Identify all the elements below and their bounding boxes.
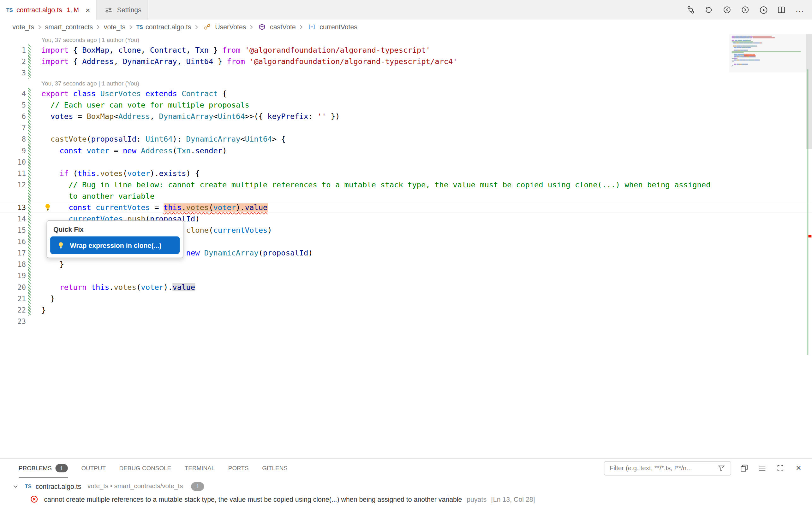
line-number[interactable]: 1 [0, 44, 26, 56]
editor-tab-bar: TS contract.algo.ts 1, M × Settings [0, 0, 812, 20]
line-number[interactable]: 23 [0, 316, 26, 327]
panel-tab-terminal[interactable]: TERMINAL [185, 459, 215, 477]
breadcrumb-folder[interactable]: smart_contracts [44, 23, 94, 31]
panel-tab-gitlens[interactable]: GITLENS [262, 459, 287, 477]
editor-actions: … [686, 0, 812, 20]
gutter-change-indicator [28, 247, 30, 258]
problems-file-row[interactable]: TS contract.algo.ts vote_ts • smart_cont… [0, 480, 812, 492]
run-file-icon[interactable] [758, 5, 768, 15]
gutter-change-indicator [28, 133, 30, 145]
code-line[interactable]: 19 [0, 270, 812, 281]
line-number[interactable]: 3 [0, 67, 26, 78]
line-number[interactable] [0, 190, 26, 202]
code-line[interactable]: 12 // Bug in line below: cannot create m… [0, 179, 812, 190]
code-line[interactable]: 7 [0, 122, 812, 133]
gutter-change-indicator [28, 88, 30, 99]
breadcrumb-folder[interactable]: vote_ts [103, 23, 126, 31]
line-number[interactable]: 14 [0, 213, 26, 225]
symbol-variable-icon [306, 22, 317, 32]
line-number[interactable]: 2 [0, 56, 26, 67]
tab-settings[interactable]: Settings [97, 0, 148, 20]
open-changes-icon[interactable] [704, 5, 714, 15]
breadcrumb: vote_ts smart_contracts vote_ts TS contr… [0, 20, 812, 34]
collapse-all-icon[interactable] [739, 463, 749, 473]
panel-tab-ports[interactable]: PORTS [228, 459, 249, 477]
close-panel-icon[interactable]: × [793, 463, 804, 473]
overview-error-mark [809, 235, 812, 237]
line-number[interactable]: 10 [0, 156, 26, 167]
chevron-right-icon [128, 24, 133, 30]
minimap[interactable] [732, 36, 806, 69]
tab-contract-algo-ts[interactable]: TS contract.algo.ts 1, M × [0, 0, 97, 20]
code-line[interactable]: 8 castVote(proposalId: Uint64): DynamicA… [0, 133, 812, 145]
overview-ruler[interactable] [806, 34, 812, 458]
quickfix-lightbulb-icon[interactable] [44, 203, 52, 212]
breadcrumb-folder[interactable]: vote_ts [12, 23, 35, 31]
code-line[interactable]: 20 return this.votes(voter).value [0, 281, 812, 293]
code-line[interactable]: 23 [0, 316, 812, 327]
code-line[interactable]: 18 } [0, 258, 812, 270]
line-number[interactable]: 7 [0, 122, 26, 133]
codelens-row[interactable]: You, 37 seconds ago | 1 author (You) [0, 35, 812, 45]
line-number[interactable]: 18 [0, 258, 26, 270]
code-line[interactable]: 22} [0, 304, 812, 315]
typescript-file-icon: TS [6, 7, 13, 13]
problems-error-row[interactable]: cannot create multiple references to a m… [0, 493, 812, 506]
line-number[interactable]: 21 [0, 293, 26, 304]
panel-tab-problems[interactable]: PROBLEMS 1 [19, 458, 68, 478]
line-number[interactable]: 22 [0, 304, 26, 315]
line-number[interactable]: 19 [0, 270, 26, 281]
code-editor[interactable]: You, 37 seconds ago | 1 author (You)1imp… [0, 34, 812, 458]
code-line[interactable]: 5 // Each user can vote for multiple pro… [0, 99, 812, 111]
code-line[interactable]: 3 [0, 67, 812, 78]
line-number[interactable]: 9 [0, 145, 26, 156]
line-number[interactable]: 17 [0, 247, 26, 258]
line-number[interactable]: 4 [0, 88, 26, 99]
code-line[interactable]: 4export class UserVotes extends Contract… [0, 88, 812, 99]
view-as-list-icon[interactable] [757, 463, 768, 473]
line-number[interactable]: 13 [0, 202, 26, 213]
code-line[interactable]: 11 if (this.votes(voter).exists) { [0, 167, 812, 179]
line-number[interactable]: 11 [0, 167, 26, 179]
code-line[interactable]: 10 [0, 156, 812, 167]
codelens-row[interactable]: You, 37 seconds ago | 1 author (You) [0, 78, 812, 88]
nav-back-icon[interactable] [722, 5, 732, 15]
code-line[interactable]: 9 const voter = new Address(Txn.sender) [0, 145, 812, 156]
code-line[interactable]: 6 votes = BoxMap<Address, DynamicArray<U… [0, 111, 812, 122]
line-number[interactable]: 20 [0, 281, 26, 293]
gutter-change-indicator [28, 190, 30, 202]
code-line[interactable]: 21 } [0, 293, 812, 304]
nav-forward-icon[interactable] [740, 5, 750, 15]
split-editor-icon[interactable] [776, 5, 787, 15]
breadcrumb-symbol-variable[interactable]: currentVotes [306, 22, 358, 32]
panel-tab-debug-console[interactable]: DEBUG CONSOLE [119, 459, 171, 477]
code-line[interactable]: 13 const currentVotes = this.votes(voter… [0, 202, 812, 213]
chevron-down-icon[interactable] [10, 481, 21, 491]
line-number[interactable]: 16 [0, 236, 26, 247]
line-number[interactable]: 8 [0, 133, 26, 145]
more-actions-icon[interactable]: … [794, 5, 805, 15]
breadcrumb-symbol-method[interactable]: castVote [256, 22, 297, 32]
settings-sliders-icon [103, 5, 113, 15]
breadcrumb-symbol-class[interactable]: UserVotes [201, 22, 247, 32]
problems-file-path: vote_ts • smart_contracts/vote_ts [87, 482, 183, 490]
typescript-file-icon: TS [136, 24, 143, 30]
line-number[interactable]: 12 [0, 179, 26, 190]
line-number[interactable]: 5 [0, 99, 26, 111]
quick-fix-action-wrap-in-clone[interactable]: Wrap expression in clone(...) [50, 236, 180, 254]
git-compare-icon[interactable] [686, 5, 696, 15]
lightbulb-icon [56, 240, 66, 250]
filter-funnel-icon[interactable] [716, 463, 727, 473]
maximize-panel-icon[interactable] [775, 463, 786, 473]
close-tab-icon[interactable]: × [86, 6, 90, 14]
problems-filter-input[interactable] [608, 464, 713, 472]
symbol-class-icon [202, 22, 212, 32]
code-line[interactable]: 1import { BoxMap, clone, Contract, Txn }… [0, 44, 812, 56]
gutter-change-indicator [28, 156, 30, 167]
breadcrumb-file[interactable]: TS contract.algo.ts [135, 23, 192, 31]
line-number[interactable]: 15 [0, 225, 26, 236]
line-number[interactable]: 6 [0, 111, 26, 122]
code-line[interactable]: to another variable [0, 190, 812, 202]
panel-tab-output[interactable]: OUTPUT [81, 459, 106, 477]
code-line[interactable]: 2import { Address, DynamicArray, Uint64 … [0, 56, 812, 67]
